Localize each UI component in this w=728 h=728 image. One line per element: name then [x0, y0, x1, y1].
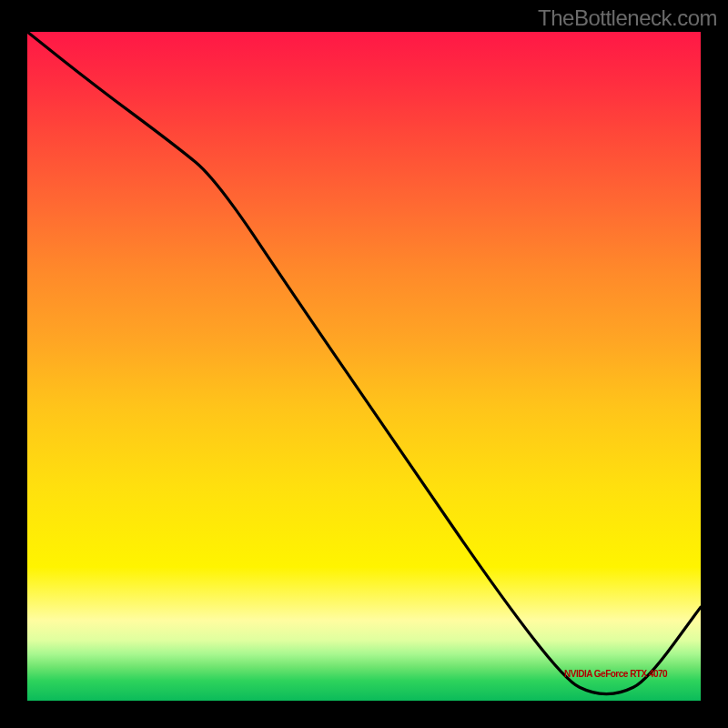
watermark-text: TheBottleneck.com: [538, 5, 717, 31]
bottleneck-curve: [27, 32, 701, 694]
gpu-annotation: NVIDIA GeForce RTX 4070: [564, 669, 667, 679]
plot-area: NVIDIA GeForce RTX 4070: [27, 32, 701, 701]
curve-svg: [27, 32, 701, 701]
chart-frame: TheBottleneck.com NVIDIA GeForce RTX 407…: [0, 0, 728, 728]
